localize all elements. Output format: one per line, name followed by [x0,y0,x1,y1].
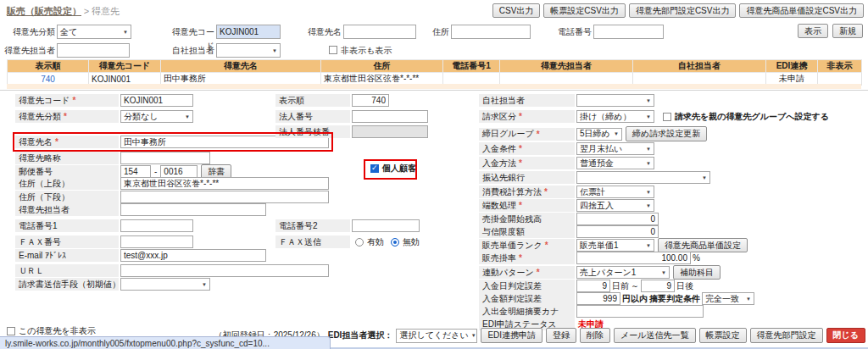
required-mark: * [544,187,548,197]
customer-code-label: 得意先コード * [15,94,119,107]
dropdown-arrow-icon: ▼ [702,175,707,180]
zip2-input[interactable] [160,165,198,178]
price-rank-select[interactable]: 販売単価1 ▼ [576,239,654,252]
phone1-input[interactable] [120,219,193,232]
email-input[interactable] [120,249,266,262]
display-order-input[interactable] [352,94,389,107]
breadcrumb-sales-link[interactable]: 販売（販売設定） [7,6,81,16]
required-mark: * [537,130,540,139]
label-text: 自社担当者 [482,95,525,107]
customer-code-input[interactable] [120,94,193,107]
register-button[interactable]: 登録 [546,328,576,343]
column-header-code: 得意先コード [89,60,161,73]
billing-type-select[interactable]: 掛け（締め） ▼ [576,110,654,123]
edi-apply-button[interactable]: EDI連携申請 [481,328,542,343]
zip1-input[interactable] [120,165,151,178]
corporate-number-input[interactable] [352,110,428,123]
address-lower-input[interactable] [120,191,329,203]
summary-condition-label: 摘要判定条件 [649,293,700,305]
table-footer-strip [7,84,861,89]
billing-parent-group-checkbox[interactable] [663,113,671,121]
closing-billing-update-button[interactable]: 締め請求設定更新 [626,126,707,141]
date-margin-after-input[interactable] [641,280,675,292]
email-row: E-mail ｱﾄﾞﾚｽ [15,249,266,262]
show-button[interactable]: 表示 [798,24,828,38]
label-text: 販売掛率 [482,252,516,264]
phone2-input[interactable] [352,219,420,232]
mail-recipient-list-button[interactable]: メール送信先一覧 [614,328,695,343]
price-rank-value: 販売単価1 [580,240,619,252]
label-text: 入金日判定誤差 [482,280,542,292]
search-address-input[interactable] [451,25,531,39]
report-settings-button[interactable]: 帳票設定 [699,328,747,343]
fax-number-input[interactable] [120,235,193,248]
customer-short-name-input[interactable] [120,152,210,164]
customer-dept-csv-button[interactable]: 得意先部門設定CSV出力 [629,3,737,18]
sales-rate-label: 販売掛率 * [479,252,575,264]
dropdown-arrow-icon: ▼ [661,270,666,275]
required-mark: * [537,268,540,277]
customer-short-name-label: 得意先略称 [15,152,119,164]
column-header-address: 住所 [321,60,443,73]
customer-category-row: 得意先分類 * 分類なし ▼ [15,110,193,123]
label-text: ＵＲＬ [19,265,44,277]
label-text: 販売単価ランク [482,240,542,252]
tax-calc-select[interactable]: 伝票計 ▼ [576,186,654,198]
credit-limit-input[interactable] [576,225,659,238]
link-pattern-value: 売上パターン1 [580,267,636,279]
url-input[interactable] [120,264,329,277]
customer-dept-settings-button[interactable]: 得意先部門設定 [750,328,823,343]
fax-send-disabled-radio[interactable] [391,238,399,247]
search-phone-input[interactable] [593,25,664,39]
summary-condition-select[interactable]: 完全一致 ▼ [702,292,754,305]
delete-button[interactable]: 削除 [580,328,610,343]
search-code-input[interactable] [216,25,281,39]
csv-export-button[interactable]: CSV出力 [492,3,541,18]
address-upper-row: 住所（上段） [15,177,329,190]
sales-rate-input[interactable] [576,252,691,264]
customer-staff-input[interactable] [120,203,266,216]
payment-terms-select[interactable]: 翌月末払い ▼ [576,142,654,155]
label-text: 入出金明細摘要カナ [482,306,559,318]
receivable-input[interactable] [576,213,659,225]
customer-product-price-button[interactable]: 得意先商品単価設定 [658,238,748,252]
hide-customer-checkbox[interactable] [7,327,15,335]
corporate-branch-label: 法人番号枝番 [275,125,350,138]
label-text: ＦＡＸ番号 [19,236,61,248]
payment-method-select[interactable]: 普通預金 ▼ [576,157,654,169]
statement-kana-input[interactable] [576,305,704,318]
customer-category-select[interactable]: 分類なし ▼ [120,110,193,123]
rounding-select[interactable]: 四捨五入 ▼ [576,199,654,212]
auxiliary-account-button[interactable]: 補助科目 [673,265,721,280]
dropdown-arrow-icon: ▼ [185,114,190,119]
search-own-staff-label: 自社担当者 [164,43,214,58]
customer-staff-row: 得意先担当者 [15,203,266,216]
new-button[interactable]: 新規 [832,24,863,38]
breadcrumb: 販売（販売設定） > 得意先 [7,5,120,18]
search-name-input[interactable] [343,25,416,39]
search-own-staff-select[interactable]: ▼ [216,43,281,58]
required-mark: * [55,137,58,147]
address-upper-input[interactable] [120,177,329,190]
label-text: 郵便番号 [19,166,53,178]
bank-select[interactable]: ▼ [576,171,710,184]
amount-margin-input[interactable] [576,292,620,305]
show-hidden-checkbox[interactable] [329,46,337,54]
individual-customer-checkbox[interactable] [370,164,379,173]
link-pattern-select[interactable]: 売上パターン1 ▼ [576,266,670,279]
report-settings-csv-button[interactable]: 帳票設定CSV出力 [543,3,626,18]
date-margin-before-input[interactable] [576,280,610,292]
fax-send-enabled-radio[interactable] [355,238,364,247]
search-category-select[interactable]: 全て ▼ [57,25,131,39]
close-button[interactable]: 閉じる [826,328,865,343]
label-text: 入金条件 [482,143,516,155]
closing-group-select[interactable]: 5日締め ▼ [576,128,622,141]
search-staff-input[interactable] [57,43,130,58]
customer-unit-price-csv-button[interactable]: 得意先商品単価設定CSV出力 [739,3,864,18]
payment-amount-margin-row: 入金額判定誤差 円以内 摘要判定条件 完全一致 ▼ [479,292,754,305]
edi-staff-select[interactable]: 選択してください ▼ [396,329,477,343]
own-staff-select[interactable]: ▼ [576,94,654,107]
invoice-send-select[interactable]: ▼ [120,278,210,291]
required-mark: * [72,96,75,105]
label-text: 与信限度額 [482,226,525,238]
